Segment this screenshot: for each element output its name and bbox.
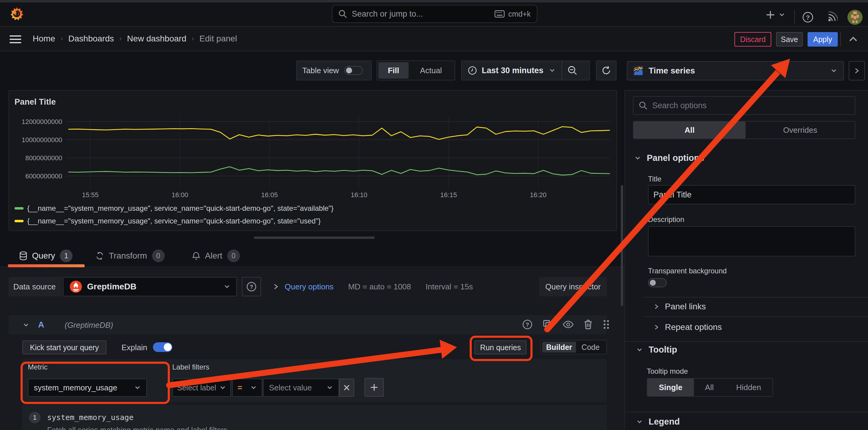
svg-text:16:20: 16:20 xyxy=(530,191,547,199)
panel-options-section-header[interactable]: Panel options xyxy=(634,153,704,163)
tooltip-section-header[interactable]: Tooltip xyxy=(636,345,677,355)
grafana-logo[interactable] xyxy=(10,7,24,22)
menu-button[interactable] xyxy=(10,35,21,44)
duplicate-icon[interactable] xyxy=(543,320,553,329)
table-view-label: Table view xyxy=(302,66,339,75)
scrollbar-thumb[interactable] xyxy=(621,185,623,306)
save-button[interactable]: Save xyxy=(776,32,803,47)
table-view-toggle[interactable] xyxy=(344,66,363,75)
builder-code-switch: Builder Code xyxy=(540,340,607,354)
legend-swatch xyxy=(14,207,24,209)
label-filter-key-select[interactable]: Select label xyxy=(172,379,231,397)
chevron-down-icon xyxy=(779,11,785,18)
legend-swatch xyxy=(14,220,24,222)
query-inspector-button[interactable]: Query inspector xyxy=(539,277,607,296)
query-options-row[interactable]: Query options MD = auto = 1008 Interval … xyxy=(273,277,473,296)
options-search-input[interactable]: Search options xyxy=(633,96,855,115)
description-field-textarea[interactable] xyxy=(648,226,855,256)
bell-icon xyxy=(192,251,200,260)
close-icon xyxy=(343,384,350,391)
tab-query[interactable]: Query 1 xyxy=(19,244,72,267)
time-range-label: Last 30 minutes xyxy=(482,66,544,75)
tab-all[interactable]: All xyxy=(633,121,746,139)
tooltip-mode-single[interactable]: Single xyxy=(647,379,694,396)
legend-item[interactable]: {__name__="system_memory_usage", service… xyxy=(14,215,334,227)
svg-text:15:55: 15:55 xyxy=(82,191,98,199)
explain-toggle[interactable] xyxy=(153,342,172,352)
news-button[interactable] xyxy=(826,11,838,23)
transparent-bg-label: Transparent background xyxy=(648,267,727,275)
add-menu-button[interactable] xyxy=(765,10,785,20)
panel-links-section-header[interactable]: Panel links xyxy=(654,302,706,312)
legend-item[interactable]: {__name__="system_memory_usage", service… xyxy=(14,202,334,215)
remove-filter-button[interactable] xyxy=(339,379,354,397)
divider xyxy=(644,316,868,317)
tab-overrides[interactable]: Overrides xyxy=(746,121,855,139)
tooltip-section-title: Tooltip xyxy=(649,345,677,355)
repeat-options-title: Repeat options xyxy=(665,322,722,332)
datasource-picker[interactable]: GreptimeDB xyxy=(63,277,237,296)
query-row-header[interactable]: A (GreptimeDB) ? xyxy=(8,315,607,335)
svg-text:16:05: 16:05 xyxy=(261,191,278,199)
breadcrumb-edit-panel: Edit panel xyxy=(199,34,237,44)
time-picker[interactable]: Last 30 minutes xyxy=(461,60,590,81)
visualization-picker[interactable]: Time series xyxy=(627,61,844,81)
breadcrumb-home[interactable]: Home xyxy=(33,34,55,44)
chevron-right-icon xyxy=(273,283,279,290)
collapse-header-button[interactable] xyxy=(849,36,858,43)
tooltip-mode-hidden[interactable]: Hidden xyxy=(725,379,773,396)
tab-alert-label: Alert xyxy=(205,251,222,261)
label-filter-value-select[interactable]: Select value xyxy=(263,379,339,397)
help-button[interactable]: ? xyxy=(802,11,814,23)
editor-tabs: Query 1 Transform 0 Alert 0 xyxy=(0,244,624,267)
trash-icon[interactable] xyxy=(584,320,592,329)
zoom-out-button[interactable] xyxy=(562,66,583,75)
fill-option[interactable]: Fill xyxy=(378,62,409,79)
tooltip-mode-all[interactable]: All xyxy=(694,379,725,396)
apply-button[interactable]: Apply xyxy=(808,32,838,47)
table-view-toggle-group: Table view xyxy=(296,60,372,81)
chevron-right-icon xyxy=(654,324,659,330)
pane-resize-handle[interactable] xyxy=(254,236,375,239)
add-filter-button[interactable] xyxy=(365,378,384,397)
fill-actual-switch: Fill Actual xyxy=(377,60,455,81)
legend-section-title: Legend xyxy=(649,417,680,427)
label-filter-operator-select[interactable]: = xyxy=(232,379,262,397)
query-help-icon[interactable]: ? xyxy=(522,319,532,329)
breadcrumb-dashboards[interactable]: Dashboards xyxy=(68,34,114,44)
collapse-options-button[interactable] xyxy=(849,61,865,81)
refresh-button[interactable] xyxy=(596,60,617,81)
greptimedb-icon xyxy=(69,280,82,293)
kick-start-button[interactable]: Kick start your query xyxy=(22,341,106,354)
datasource-help-button[interactable]: ? xyxy=(242,277,261,296)
section-divider xyxy=(625,412,868,412)
title-field-input[interactable]: Panel Title xyxy=(648,185,855,204)
active-tab-indicator xyxy=(8,264,85,267)
tooltip-mode-switch: Single All Hidden xyxy=(647,378,773,397)
tab-alert[interactable]: Alert 0 xyxy=(192,244,240,267)
chevron-down-icon xyxy=(636,347,643,353)
discard-button[interactable]: Discard xyxy=(735,32,771,47)
chart-panel[interactable]: Panel Title 1200000000010000000000800000… xyxy=(8,90,617,231)
drag-handle-icon[interactable] xyxy=(602,319,610,329)
clock-icon xyxy=(468,66,477,75)
transparent-bg-toggle[interactable] xyxy=(648,278,667,287)
query-options-interval: Interval = 15s xyxy=(426,282,473,291)
tab-transform[interactable]: Transform 0 xyxy=(95,244,165,267)
search-input[interactable]: Search or jump to... cmd+k xyxy=(332,5,537,23)
eye-icon[interactable] xyxy=(563,320,574,329)
section-divider xyxy=(625,341,868,342)
legend-section-header[interactable]: Legend xyxy=(636,417,680,427)
query-options-link[interactable]: Query options xyxy=(285,282,334,291)
user-avatar[interactable] xyxy=(847,10,863,25)
repeat-options-section-header[interactable]: Repeat options xyxy=(654,322,722,332)
breadcrumb-new-dashboard[interactable]: New dashboard xyxy=(127,34,186,44)
breadcrumb-separator: › xyxy=(186,35,199,42)
breadcrumb-separator: › xyxy=(55,35,68,42)
chart-legend: {__name__="system_memory_usage", service… xyxy=(14,202,334,227)
actual-option[interactable]: Actual xyxy=(409,62,453,79)
annotation-box-run-queries xyxy=(470,336,532,361)
code-option[interactable]: Code xyxy=(576,342,605,352)
svg-text:16:15: 16:15 xyxy=(440,191,457,199)
builder-option[interactable]: Builder xyxy=(542,342,576,352)
